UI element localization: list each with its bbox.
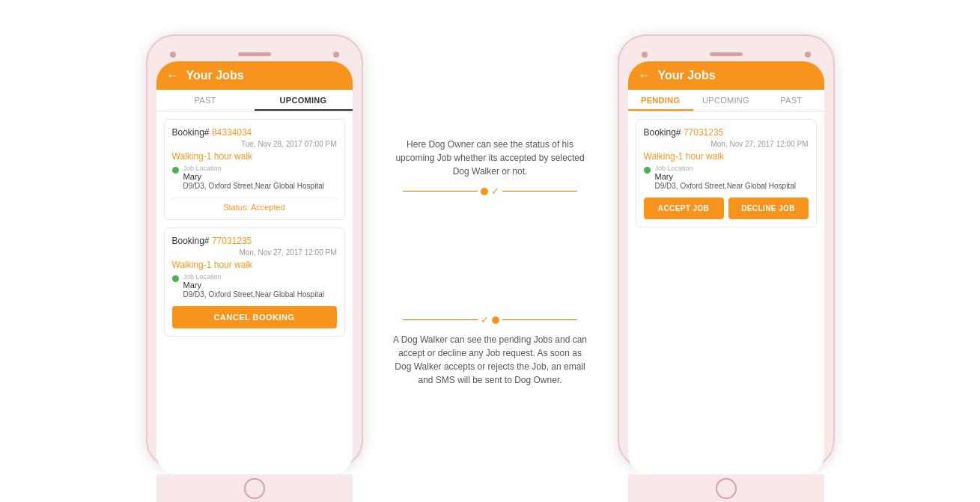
right-phone-bottom <box>628 474 824 503</box>
right-back-arrow[interactable]: ← <box>639 69 651 82</box>
right-phone-screen: ← Your Jobs PENDING UPCOMING PAST Bookin… <box>628 61 824 474</box>
left-screen-content: Booking# 84334034 Tue, Nov 28, 2017 07:0… <box>156 111 353 474</box>
left-booking-card-2: Booking# 77031235 Mon, Nov 27, 2017 12:0… <box>164 227 345 337</box>
right-location-dot-icon <box>644 167 651 174</box>
annotations-area: Here Dog Owner can see the status of his… <box>363 64 618 438</box>
left-person-name-1: Mary <box>183 172 324 181</box>
left-phone: ← Your Jobs PAST UPCOMING Booking# 84334… <box>146 34 363 468</box>
top-connector: ✓ <box>393 186 588 197</box>
left-location-row-2: Job Location Mary D9/D3, Oxford Street,N… <box>172 273 337 300</box>
left-service-type-2: Walking-1 hour walk <box>172 260 337 270</box>
right-sensor-icon <box>805 52 811 58</box>
left-tabs: PAST UPCOMING <box>156 90 353 111</box>
right-tab-upcoming[interactable]: UPCOMING <box>693 90 758 111</box>
left-address-1: D9/D3, Oxford Street,Near Global Hospita… <box>183 181 324 192</box>
left-location-label-1: Job Location <box>183 165 324 172</box>
right-tab-past[interactable]: PAST <box>758 90 824 111</box>
sensor-icon <box>333 52 339 58</box>
bottom-connector-right-line <box>502 319 577 321</box>
left-location-info-1: Job Location Mary D9/D3, Oxford Street,N… <box>183 165 324 192</box>
accept-job-button[interactable]: ACCEPT JOB <box>644 198 724 219</box>
top-connector-right-line <box>502 191 577 192</box>
top-annotation: Here Dog Owner can see the status of his… <box>393 138 588 197</box>
left-phone-bottom <box>156 474 353 503</box>
top-check-icon: ✓ <box>491 186 499 197</box>
front-camera-icon <box>170 52 176 58</box>
right-speaker-icon <box>710 52 743 56</box>
left-service-type-1: Walking-1 hour walk <box>172 151 337 162</box>
left-app-header: ← Your Jobs <box>156 61 353 90</box>
left-booking-card-1: Booking# 84334034 Tue, Nov 28, 2017 07:0… <box>164 119 345 220</box>
right-tabs: PENDING UPCOMING PAST <box>628 90 824 111</box>
left-booking-date-1: Tue, Nov 28, 2017 07:00 PM <box>172 140 337 148</box>
left-booking-num-1: Booking# 84334034 <box>172 127 337 138</box>
right-screen-content: Booking# 77031235 Mon, Nov 27, 2017 12:0… <box>628 111 824 474</box>
bottom-connector: ✓ <box>393 314 588 325</box>
left-header-title: Your Jobs <box>186 69 244 82</box>
right-tab-pending[interactable]: PENDING <box>628 90 693 111</box>
bottom-annotation-text: A Dog Walker can see the pending Jobs an… <box>393 333 588 387</box>
home-button-icon[interactable] <box>244 478 265 499</box>
bottom-connector-left-line <box>403 319 478 321</box>
right-location-info-1: Job Location Mary D9/D3, Oxford Street,N… <box>655 165 796 192</box>
action-buttons: ACCEPT JOB DECLINE JOB <box>644 198 809 219</box>
left-location-row-1: Job Location Mary D9/D3, Oxford Street,N… <box>172 165 337 192</box>
cancel-booking-button[interactable]: CANCEL BOOKING <box>172 306 337 328</box>
bottom-connector-dot <box>492 316 499 324</box>
left-phone-screen: ← Your Jobs PAST UPCOMING Booking# 84334… <box>156 61 353 474</box>
right-phone-top <box>628 45 824 61</box>
left-tab-past[interactable]: PAST <box>156 90 255 111</box>
scene: ← Your Jobs PAST UPCOMING Booking# 84334… <box>0 0 980 502</box>
left-phone-top <box>156 45 353 61</box>
decline-job-button[interactable]: DECLINE JOB <box>728 198 809 219</box>
left-booking-num-2: Booking# 77031235 <box>172 236 337 246</box>
left-location-info-2: Job Location Mary D9/D3, Oxford Street,N… <box>183 273 324 300</box>
left-location-label-2: Job Location <box>183 273 324 281</box>
right-phone: ← Your Jobs PENDING UPCOMING PAST Bookin… <box>618 34 835 468</box>
right-location-row-1: Job Location Mary D9/D3, Oxford Street,N… <box>644 165 809 192</box>
top-connector-left-line <box>403 191 478 192</box>
left-address-2: D9/D3, Oxford Street,Near Global Hospita… <box>183 290 324 300</box>
right-booking-num-1: Booking# 77031235 <box>644 127 809 138</box>
location-dot-icon <box>172 167 179 174</box>
left-tab-upcoming[interactable]: UPCOMING <box>255 90 353 111</box>
right-app-header: ← Your Jobs <box>628 61 824 90</box>
right-front-camera-icon <box>642 52 648 58</box>
bottom-annotation: ✓ A Dog Walker can see the pending Jobs … <box>393 314 588 387</box>
right-person-name-1: Mary <box>655 172 796 181</box>
left-back-arrow[interactable]: ← <box>167 69 179 82</box>
right-header-title: Your Jobs <box>658 69 716 82</box>
left-person-name-2: Mary <box>183 281 324 290</box>
right-address-1: D9/D3, Oxford Street,Near Global Hospita… <box>655 181 796 192</box>
right-booking-date-1: Mon, Nov 27, 2017 12:00 PM <box>644 140 809 148</box>
location-dot-icon-2 <box>172 275 179 282</box>
speaker-icon <box>238 52 271 56</box>
right-home-button-icon[interactable] <box>716 478 737 499</box>
right-location-label-1: Job Location <box>655 165 796 172</box>
top-annotation-text: Here Dog Owner can see the status of his… <box>393 138 588 178</box>
left-status-1: Status: Accepted <box>172 198 337 212</box>
right-service-type-1: Walking-1 hour walk <box>644 151 809 162</box>
right-booking-card-1: Booking# 77031235 Mon, Nov 27, 2017 12:0… <box>636 119 817 227</box>
left-booking-date-2: Mon, Nov 27, 2017 12:00 PM <box>172 248 337 257</box>
bottom-check-icon: ✓ <box>481 314 489 325</box>
top-connector-dot <box>481 188 488 195</box>
